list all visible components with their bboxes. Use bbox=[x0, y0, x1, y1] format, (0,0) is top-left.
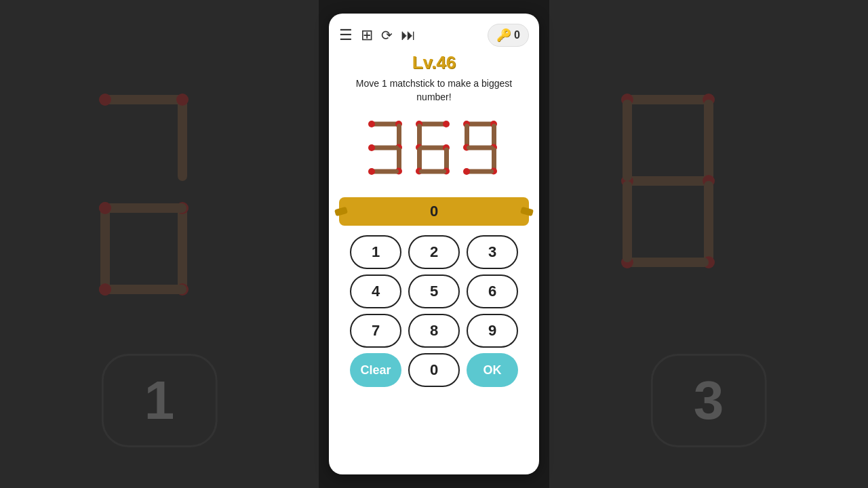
svg-point-13 bbox=[99, 283, 111, 296]
ok-button[interactable]: OK bbox=[467, 353, 518, 387]
numpad-row-2: 4 5 6 bbox=[339, 274, 529, 308]
matchstick-display bbox=[339, 115, 529, 189]
fast-forward-icon[interactable]: ⏭ bbox=[401, 26, 416, 44]
svg-point-12 bbox=[99, 202, 111, 214]
btn-5[interactable]: 5 bbox=[408, 274, 460, 308]
svg-point-61 bbox=[463, 168, 470, 175]
svg-rect-36 bbox=[372, 169, 399, 174]
level-title: Lv.46 bbox=[412, 52, 456, 73]
svg-rect-9 bbox=[105, 285, 186, 294]
svg-rect-26 bbox=[623, 181, 632, 262]
svg-rect-49 bbox=[419, 169, 446, 174]
svg-point-3 bbox=[176, 94, 189, 106]
svg-rect-57 bbox=[467, 145, 494, 150]
svg-rect-25 bbox=[623, 100, 632, 181]
svg-point-37 bbox=[368, 168, 375, 175]
svg-rect-47 bbox=[444, 147, 449, 171]
btn-1[interactable]: 1 bbox=[350, 235, 401, 269]
svg-rect-21 bbox=[704, 181, 713, 262]
svg-rect-0 bbox=[105, 95, 186, 104]
svg-rect-18 bbox=[627, 176, 709, 186]
clear-button[interactable]: Clear bbox=[350, 353, 401, 387]
refresh-icon[interactable]: ⟳ bbox=[381, 27, 393, 43]
answer-value: 0 bbox=[430, 203, 438, 220]
bg-right-pill: 3 bbox=[651, 354, 767, 447]
svg-rect-34 bbox=[397, 147, 401, 171]
svg-point-28 bbox=[368, 121, 375, 127]
numpad-row-1: 1 2 3 bbox=[339, 235, 529, 269]
svg-rect-32 bbox=[372, 145, 399, 150]
main-card: ☰ ⊞ ⟳ ⏭ 🔑 0 Lv.46 Move 1 matchstick to m… bbox=[329, 14, 539, 474]
key-count: 0 bbox=[514, 29, 520, 41]
numpad-row-3: 7 8 9 bbox=[339, 314, 529, 348]
btn-6[interactable]: 6 bbox=[467, 274, 518, 308]
btn-7[interactable]: 7 bbox=[350, 314, 401, 348]
svg-point-33 bbox=[368, 144, 375, 151]
svg-rect-60 bbox=[467, 169, 494, 174]
svg-rect-50 bbox=[467, 121, 494, 126]
btn-0[interactable]: 0 bbox=[408, 353, 460, 387]
svg-rect-2 bbox=[178, 100, 187, 181]
grid-icon[interactable]: ⊞ bbox=[361, 26, 373, 44]
puzzle-subtitle: Move 1 matchstick to make a biggest numb… bbox=[339, 77, 529, 104]
svg-rect-4 bbox=[178, 208, 187, 289]
svg-rect-11 bbox=[100, 208, 110, 289]
svg-rect-27 bbox=[372, 121, 399, 126]
btn-9[interactable]: 9 bbox=[467, 314, 518, 348]
key-icon: 🔑 bbox=[496, 28, 511, 43]
svg-rect-23 bbox=[627, 258, 709, 267]
svg-rect-14 bbox=[627, 95, 709, 104]
matchstick-svg bbox=[366, 117, 502, 188]
svg-rect-43 bbox=[419, 145, 446, 150]
toolbar: ☰ ⊞ ⟳ ⏭ 🔑 0 bbox=[339, 24, 529, 47]
svg-point-40 bbox=[443, 121, 450, 127]
numpad-row-bottom: Clear 0 OK bbox=[339, 353, 529, 387]
svg-point-1 bbox=[99, 94, 111, 106]
menu-icon[interactable]: ☰ bbox=[339, 26, 353, 44]
btn-4[interactable]: 4 bbox=[350, 274, 401, 308]
bg-right: 3 bbox=[549, 0, 868, 488]
svg-rect-58 bbox=[492, 147, 496, 171]
bg-left: 1 bbox=[0, 0, 319, 488]
svg-rect-30 bbox=[397, 123, 401, 147]
svg-rect-41 bbox=[417, 123, 422, 147]
svg-rect-55 bbox=[492, 123, 496, 147]
key-button[interactable]: 🔑 0 bbox=[488, 24, 529, 47]
numpad: 1 2 3 4 5 6 7 8 9 Clear 0 bbox=[339, 235, 529, 387]
btn-3[interactable]: 3 bbox=[467, 235, 518, 269]
svg-rect-7 bbox=[105, 203, 186, 213]
toolbar-icons: ☰ ⊞ ⟳ ⏭ bbox=[339, 26, 416, 44]
bg-left-pill: 1 bbox=[102, 354, 218, 447]
answer-field: 0 bbox=[339, 197, 529, 226]
screen-container: 1 bbox=[0, 0, 868, 488]
svg-rect-45 bbox=[417, 147, 422, 171]
svg-rect-38 bbox=[419, 121, 446, 126]
btn-2[interactable]: 2 bbox=[408, 235, 460, 269]
btn-8[interactable]: 8 bbox=[408, 314, 460, 348]
svg-rect-17 bbox=[704, 100, 713, 181]
svg-rect-53 bbox=[465, 123, 469, 147]
